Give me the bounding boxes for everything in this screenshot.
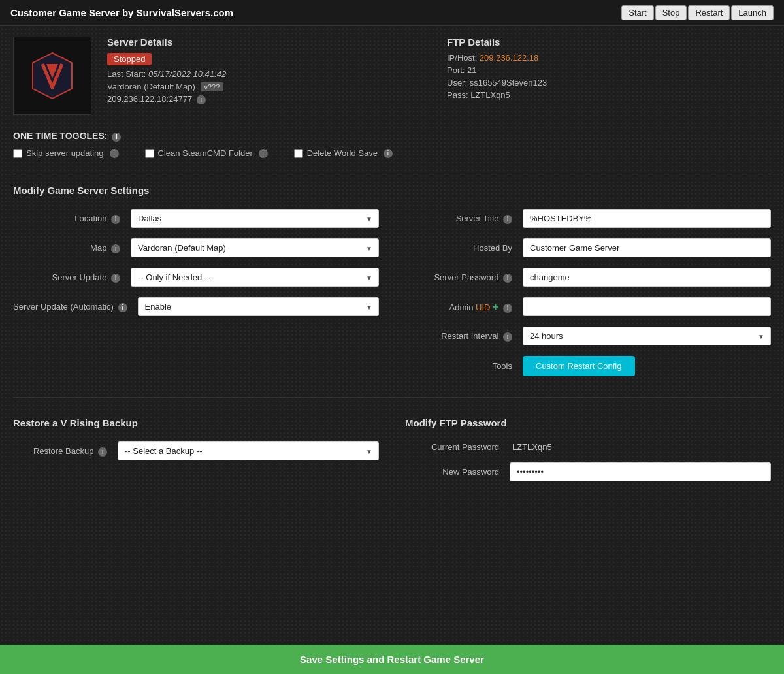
restore-backup-section: Restore a V Rising Backup Restore Backup…	[13, 417, 379, 492]
location-label: Location i	[13, 214, 131, 224]
location-info-icon[interactable]: i	[111, 215, 120, 224]
admin-uid-label: Admin UID + i	[405, 301, 523, 313]
divider-2	[13, 397, 771, 398]
toggle-skip-updating[interactable]: Skip server updating i	[13, 148, 119, 158]
server-update-label: Server Update i	[13, 272, 131, 283]
version-badge: v???	[201, 82, 224, 91]
server-title-input[interactable]	[523, 209, 771, 228]
server-update-control: -- Only if Needed -- Always Never	[131, 268, 379, 287]
ftp-details-title: FTP Details	[447, 37, 771, 48]
last-start: Last Start: 05/17/2022 10:41:42	[107, 69, 431, 79]
ftp-port: Port: 21	[447, 65, 771, 75]
server-title-info-icon[interactable]: i	[503, 215, 512, 224]
map-label: Map i	[13, 243, 131, 253]
server-update-info-icon[interactable]: i	[111, 274, 120, 283]
restore-backup-label: Restore Backup i	[13, 446, 118, 457]
map-info-icon[interactable]: i	[111, 244, 120, 253]
restart-interval-field-row: Restart Interval i 24 hours 12 hours 6 h…	[405, 327, 771, 345]
delete-world-checkbox[interactable]	[294, 149, 303, 158]
server-update-field-row: Server Update i -- Only if Needed -- Alw…	[13, 268, 379, 287]
settings-right-col: Server Title i Hosted By	[405, 209, 771, 387]
stop-button[interactable]: Stop	[655, 5, 687, 20]
restart-interval-control: 24 hours 12 hours 6 hours Never	[523, 327, 771, 345]
toggle-clean-steamcmd[interactable]: Clean SteamCMD Folder i	[145, 148, 268, 158]
restore-backup-title: Restore a V Rising Backup	[13, 417, 379, 428]
hosted-by-field-row: Hosted By	[405, 238, 771, 257]
admin-uid-add-icon[interactable]: +	[493, 301, 498, 312]
admin-uid-field-row: Admin UID + i	[405, 297, 771, 316]
server-title-control	[523, 209, 771, 228]
server-update-auto-label: Server Update (Automatic) i	[13, 302, 138, 312]
toggles-section: ONE TIME TOGGLES: i Skip server updating…	[13, 131, 771, 158]
restore-backup-info-icon[interactable]: i	[98, 447, 107, 457]
map-field-row: Map i Vardoran (Default Map) Custom Map	[13, 238, 379, 257]
custom-restart-config-button[interactable]: Custom Restart Config	[523, 356, 635, 376]
restart-interval-label: Restart Interval i	[405, 331, 523, 342]
new-password-input[interactable]	[510, 462, 771, 481]
save-bar-label: Save Settings and Restart Game Server	[300, 654, 484, 665]
server-info-row: Server Details Stopped Last Start: 05/17…	[13, 37, 771, 115]
server-password-field-row: Server Password i	[405, 268, 771, 287]
location-control: Dallas Chicago Los Angeles New York	[131, 209, 379, 228]
map-select[interactable]: Vardoran (Default Map) Custom Map	[131, 238, 379, 257]
server-update-auto-field-row: Server Update (Automatic) i Enable Disab…	[13, 297, 379, 316]
hosted-by-input[interactable]	[523, 238, 771, 257]
restart-interval-select[interactable]: 24 hours 12 hours 6 hours Never	[523, 327, 771, 345]
skip-updating-checkbox[interactable]	[13, 149, 22, 158]
top-bar: Customer Game Server by SurvivalServers.…	[0, 0, 784, 26]
app-title: Customer Game Server by SurvivalServers.…	[10, 7, 233, 18]
ftp-pass: Pass: LZTLXqn5	[447, 90, 771, 100]
restore-backup-field-row: Restore Backup i -- Select a Backup --	[13, 441, 379, 460]
save-bar[interactable]: Save Settings and Restart Game Server	[0, 645, 784, 674]
toggle-delete-world[interactable]: Delete World Save i	[294, 148, 393, 158]
server-logo	[13, 37, 91, 115]
admin-uid-control	[523, 297, 771, 316]
restore-backup-select[interactable]: -- Select a Backup --	[118, 441, 379, 460]
server-password-control	[523, 268, 771, 287]
admin-uid-info-icon[interactable]: i	[503, 304, 512, 313]
clean-steamcmd-checkbox[interactable]	[145, 149, 154, 158]
v-rising-logo-icon	[29, 50, 75, 102]
restart-interval-info-icon[interactable]: i	[503, 332, 512, 342]
map-info: Vardoran (Default Map) v???	[107, 82, 431, 91]
divider-1	[13, 174, 771, 174]
server-update-auto-select[interactable]: Enable Disable	[138, 297, 379, 316]
main-content: Server Details Stopped Last Start: 05/17…	[0, 26, 784, 548]
hosted-by-label: Hosted By	[405, 243, 523, 253]
settings-grid: Location i Dallas Chicago Los Angeles Ne…	[13, 209, 771, 387]
toggles-info-icon[interactable]: i	[112, 133, 121, 142]
lower-sections: Restore a V Rising Backup Restore Backup…	[13, 417, 771, 492]
tools-field-row: Tools Custom Restart Config	[405, 356, 771, 376]
server-title-field-row: Server Title i	[405, 209, 771, 228]
location-field-row: Location i Dallas Chicago Los Angeles Ne…	[13, 209, 379, 228]
restore-backup-control: -- Select a Backup --	[118, 441, 379, 460]
server-update-auto-control: Enable Disable	[138, 297, 379, 316]
server-update-auto-info-icon[interactable]: i	[118, 303, 127, 312]
hosted-by-control	[523, 238, 771, 257]
server-details: Server Details Stopped Last Start: 05/17…	[107, 37, 431, 115]
clean-info-icon[interactable]: i	[259, 149, 268, 158]
server-password-input[interactable]	[523, 268, 771, 287]
modify-ftp-title: Modify FTP Password	[405, 417, 771, 428]
restart-button[interactable]: Restart	[688, 5, 730, 20]
server-details-title: Server Details	[107, 37, 431, 48]
admin-uid-input[interactable]	[523, 297, 771, 316]
tools-label: Tools	[405, 361, 523, 371]
delete-info-icon[interactable]: i	[384, 149, 393, 158]
new-password-control	[510, 462, 771, 481]
ftp-details: FTP Details IP/Host: 209.236.122.18 Port…	[447, 37, 771, 115]
ip-info-icon[interactable]: i	[197, 95, 206, 104]
modify-ftp-section: Modify FTP Password Current Password LZT…	[405, 417, 771, 492]
server-update-select[interactable]: -- Only if Needed -- Always Never	[131, 268, 379, 287]
skip-info-icon[interactable]: i	[110, 149, 119, 158]
launch-button[interactable]: Launch	[731, 5, 774, 20]
server-password-info-icon[interactable]: i	[503, 274, 512, 283]
settings-left-col: Location i Dallas Chicago Los Angeles Ne…	[13, 209, 379, 387]
ftp-user: User: ss165549Steven123	[447, 78, 771, 88]
start-button[interactable]: Start	[621, 5, 653, 20]
current-password-row: Current Password LZTLXqn5	[405, 441, 771, 452]
ip-port: 209.236.122.18:24777 i	[107, 94, 431, 104]
location-select[interactable]: Dallas Chicago Los Angeles New York	[131, 209, 379, 228]
new-password-row: New Password	[405, 462, 771, 481]
toggles-row: Skip server updating i Clean SteamCMD Fo…	[13, 148, 771, 158]
